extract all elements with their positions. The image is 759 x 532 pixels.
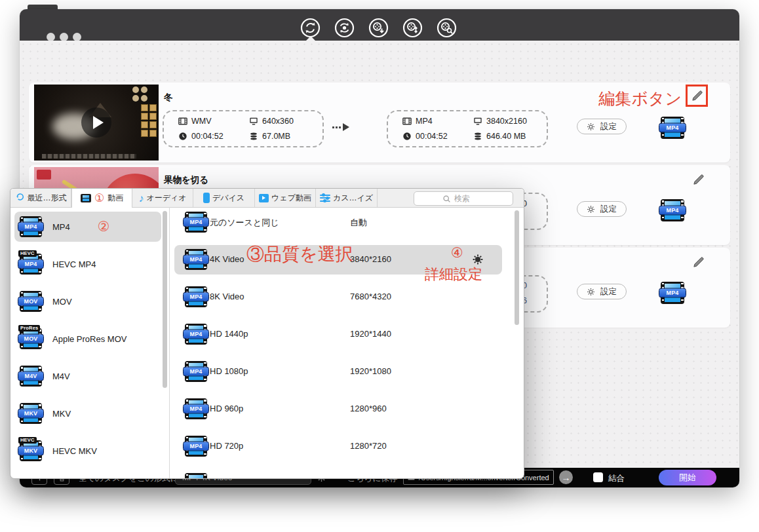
sync-convert-icon[interactable] — [300, 18, 321, 38]
quality-resolution: 1280*720 — [350, 441, 387, 451]
quality-item-8k[interactable]: MP4 8K Video 7680*4320 — [174, 282, 502, 312]
tab-web-video[interactable]: ウェブ動画 — [255, 189, 316, 207]
tab-label: ウェブ動画 — [271, 193, 311, 204]
settings-button[interactable]: 設定 — [577, 119, 627, 134]
output-info-box: MP4 3840x2160 00:04:52 646.40 MB — [387, 110, 548, 147]
film-icon — [81, 194, 91, 202]
clock-icon — [402, 132, 412, 141]
display-icon — [249, 117, 258, 126]
search-icon — [442, 195, 451, 203]
settings-button[interactable]: 設定 — [577, 284, 627, 299]
tab-label: オーディオ — [146, 193, 186, 204]
open-folder-arrow-button[interactable]: → — [559, 470, 573, 484]
quality-name: HD 1080p — [210, 366, 248, 376]
task-row-winter: 冬 WMV 640x360 00:04:52 67.0MB — [29, 83, 730, 162]
quality-item-hd1080[interactable]: MP4 HD 1080p 1920*1080 — [174, 357, 502, 387]
film-format-icon: MP4 — [185, 249, 207, 270]
rotate-convert-icon[interactable] — [334, 18, 355, 38]
tab-label: デバイス — [212, 193, 244, 204]
settings-label: 設定 — [600, 121, 617, 132]
sidebar-item-hevc-mp4[interactable]: HEVCMP4 HEVC MP4 — [14, 249, 161, 279]
format-label: HEVC MKV — [52, 446, 97, 456]
annotation-step4-label: 詳細設定 — [425, 265, 482, 284]
output-format-icon[interactable]: MP4 — [661, 117, 684, 139]
film-preview-icon[interactable] — [437, 18, 457, 38]
edit-button[interactable] — [691, 255, 705, 269]
sidebar-item-hevc-mkv[interactable]: HEVCMKV HEVC MKV — [14, 436, 161, 466]
web-video-icon — [259, 194, 269, 202]
pencil-icon — [692, 174, 705, 186]
quality-resolution: 1280*960 — [350, 404, 387, 413]
sidebar-item-m4v[interactable]: M4V M4V — [14, 361, 161, 391]
film-format-icon: MP4 — [185, 361, 207, 382]
quality-name: HD 720p — [210, 441, 243, 451]
video-thumbnail[interactable] — [34, 85, 159, 161]
film-format-icon: HEVCMP4 — [20, 254, 42, 275]
format-selection-popup: 最近…形式 ① 動画 ♪ オーディオ デバイス ウェブ動画 カス…イズ — [10, 188, 524, 479]
quality-item-hd720[interactable]: MP4 HD 720p 1280*720 — [174, 432, 502, 461]
output-duration: 00:04:52 — [402, 132, 448, 141]
quality-resolution: 3840*2160 — [350, 254, 391, 264]
settings-button[interactable]: 設定 — [577, 201, 627, 217]
film-format-icon: ProResMOV — [20, 328, 42, 349]
edit-button[interactable] — [690, 88, 704, 103]
film-format-icon: MP4 — [20, 216, 42, 237]
sidebar-item-mp4[interactable]: MP4 MP4 ② — [14, 212, 161, 242]
source-info-box: WMV 640x360 00:04:52 67.0MB — [163, 110, 324, 147]
sidebar-item-mov[interactable]: MOV MOV — [14, 286, 161, 316]
output-format-icon[interactable]: MP4 — [661, 199, 684, 221]
film-format-icon: MP4 — [185, 398, 207, 419]
format-label: HEVC MP4 — [52, 259, 96, 269]
popup-tabbar: 最近…形式 ① 動画 ♪ オーディオ デバイス ウェブ動画 カス…イズ — [10, 189, 524, 208]
quality-name: 4K Video — [210, 254, 244, 264]
edit-button[interactable] — [691, 172, 705, 187]
search-input[interactable] — [454, 194, 484, 203]
start-button[interactable]: 開始 — [659, 470, 716, 485]
format-label: MP4 — [52, 222, 70, 232]
settings-label: 設定 — [600, 286, 617, 297]
play-button[interactable] — [81, 107, 111, 138]
tab-recent-formats[interactable]: 最近…形式 — [10, 189, 71, 207]
search-box[interactable] — [414, 191, 513, 206]
display-icon — [473, 117, 482, 126]
smartphone-icon — [203, 193, 210, 203]
sidebar-item-mkv[interactable]: MKV MKV — [14, 398, 161, 428]
merge-checkbox[interactable] — [593, 472, 603, 482]
output-size: 646.40 MB — [473, 132, 526, 141]
format-label: MKV — [52, 409, 71, 419]
storage-icon — [249, 132, 258, 141]
quality-scrollbar[interactable] — [515, 210, 519, 325]
titlebar — [20, 9, 739, 41]
source-duration: 00:04:52 — [178, 132, 224, 141]
tab-customize[interactable]: カス…イズ — [316, 189, 378, 207]
annotation-step4: ④ — [451, 245, 463, 261]
quality-resolution: 自動 — [350, 217, 367, 229]
quality-resolution: 7680*4320 — [350, 292, 391, 301]
tab-device[interactable]: デバイス — [193, 189, 255, 207]
sidebar-scrollbar[interactable] — [163, 211, 167, 388]
output-format-icon[interactable]: MP4 — [661, 282, 684, 304]
format-label: MOV — [52, 297, 72, 307]
quality-item-same-as-source[interactable]: MP4 元のソースと同じ 自動 — [174, 208, 502, 237]
tab-label: カス…イズ — [333, 193, 373, 204]
film-icon — [402, 117, 412, 126]
gear-icon — [587, 288, 595, 296]
sidebar-item-prores-mov[interactable]: ProResMOV Apple ProRes MOV — [14, 324, 161, 354]
film-format-icon: HEVCMKV — [20, 440, 42, 461]
tab-audio[interactable]: ♪ オーディオ — [132, 189, 193, 207]
film-download-icon[interactable] — [368, 18, 389, 38]
quality-item-partial[interactable] — [174, 469, 502, 478]
tab-video[interactable]: ① 動画 — [71, 189, 132, 208]
quality-item-hd1440[interactable]: MP4 HD 1440p 1920*1440 — [174, 320, 502, 349]
quality-item-hd960[interactable]: MP4 HD 960p 1280*960 — [174, 394, 502, 424]
quality-name: HD 1440p — [210, 329, 248, 339]
film-format-icon: M4V — [20, 366, 42, 387]
film-format-icon: MP4 — [185, 212, 207, 233]
film-format-icon: MKV — [20, 403, 42, 424]
film-compress-icon[interactable] — [402, 18, 423, 38]
format-label: M4V — [52, 371, 70, 381]
annotation-step2: ② — [98, 219, 110, 235]
gear-icon — [587, 123, 595, 131]
source-format: WMV — [178, 117, 212, 126]
quality-name: HD 960p — [210, 404, 243, 413]
